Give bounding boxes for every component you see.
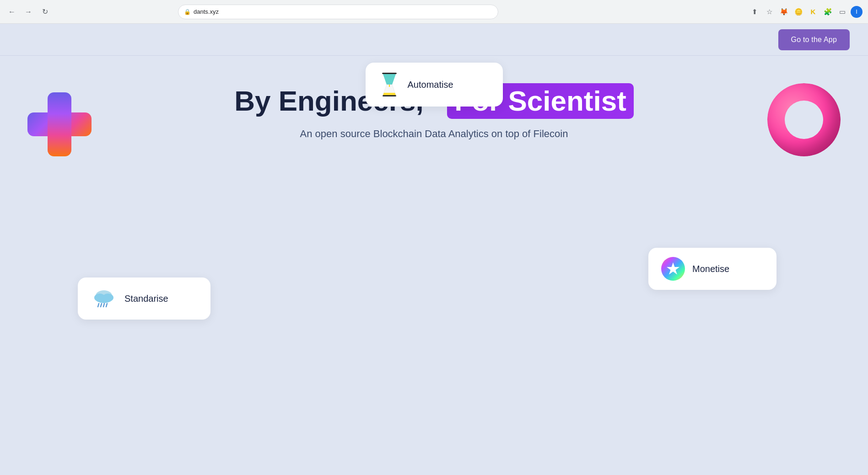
svg-line-9 [98,304,99,307]
standarise-icon [91,287,117,310]
svg-line-12 [106,304,107,307]
svg-line-10 [101,304,102,307]
page-header: Go to the App [0,24,868,56]
svg-rect-0 [382,73,397,74]
browser-toolbar: ⬆ ☆ 🦊 🪙 K 🧩 ▭ I [748,5,863,18]
automatise-label: Automatise [408,80,453,90]
reload-button[interactable]: ↻ [38,5,51,18]
split-view-icon[interactable]: ▭ [836,5,849,18]
automatise-card: Automatise [366,63,503,107]
back-button[interactable]: ← [5,5,18,18]
svg-line-11 [103,304,104,307]
lock-icon: 🔒 [184,9,191,15]
url-text: dants.xyz [194,8,219,15]
standarise-label: Standarise [124,294,168,304]
page-content: Go to the App By Engineers, For Scientis… [0,24,868,475]
go-to-app-button[interactable]: Go to the App [778,29,850,50]
standarise-card: Standarise [78,278,210,320]
address-bar[interactable]: 🔒 dants.xyz [178,5,498,19]
svg-rect-2 [383,95,396,96]
hero-subtitle: An open source Blockchain Data Analytics… [300,128,568,140]
monetise-label: Monetise [692,264,729,274]
extension-coin-icon[interactable]: 🪙 [792,5,805,18]
share-icon[interactable]: ⬆ [748,5,761,18]
monetise-card: Monetise [648,248,776,290]
monetise-icon [661,257,685,281]
bookmark-icon[interactable]: ☆ [763,5,776,18]
extension-k-icon[interactable]: K [807,5,819,18]
extension-fox-icon[interactable]: 🦊 [777,5,790,18]
extensions-icon[interactable]: 🧩 [821,5,834,18]
browser-chrome: ← → ↻ 🔒 dants.xyz ⬆ ☆ 🦊 🪙 K 🧩 ▭ I [0,0,868,24]
svg-point-8 [96,295,112,303]
hourglass-icon [378,72,400,97]
forward-button[interactable]: → [22,5,35,18]
profile-avatar[interactable]: I [851,6,863,18]
